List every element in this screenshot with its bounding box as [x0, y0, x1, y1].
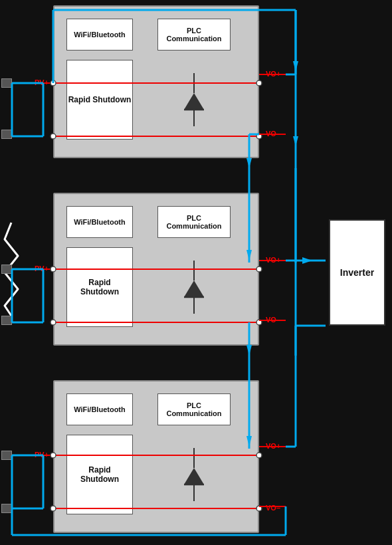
- pv-plus-label-1: PV+: [35, 78, 49, 86]
- rapid-shutdown-box-2: RapidShutdown: [66, 247, 133, 327]
- connector-left-3b: [1, 504, 12, 513]
- module-1: WiFi/Bluetooth PLCCommunication Rapid Sh…: [53, 5, 259, 158]
- inverter-box: Inverter: [329, 219, 385, 326]
- connector-left-1b: [1, 130, 12, 139]
- diode-3: [157, 441, 231, 508]
- diagram-container: WiFi/Bluetooth PLCCommunication Rapid Sh…: [0, 0, 392, 545]
- diode-2: [157, 254, 231, 320]
- wifi-bluetooth-box-3: WiFi/Bluetooth: [66, 393, 133, 425]
- plc-communication-box-1: PLCCommunication: [157, 19, 231, 51]
- vo-plus-label-2: VO+: [266, 256, 280, 264]
- vo-plus-label-1: VO+: [266, 70, 280, 78]
- plc-communication-box-2: PLCCommunication: [157, 206, 231, 238]
- module-3: WiFi/Bluetooth PLCCommunication RapidShu…: [53, 380, 259, 533]
- wifi-bluetooth-box-1: WiFi/Bluetooth: [66, 19, 133, 51]
- svg-marker-9: [184, 468, 204, 485]
- pv-plus-label-3: PV+: [35, 451, 49, 459]
- svg-marker-31: [246, 158, 252, 168]
- svg-marker-44: [302, 257, 312, 264]
- vo-minus-label-1: VO–: [266, 130, 280, 138]
- vo-minus-label-3: VO–: [266, 504, 280, 512]
- wifi-bluetooth-box-2: WiFi/Bluetooth: [66, 206, 133, 238]
- pv-plus-label-2: PV+: [35, 265, 49, 272]
- rapid-shutdown-box-3: RapidShutdown: [66, 435, 133, 514]
- vo-minus-label-2: VO–: [266, 316, 280, 324]
- plc-communication-box-3: PLCCommunication: [157, 393, 231, 425]
- svg-marker-70: [293, 136, 298, 146]
- vo-plus-label-3: VO+: [266, 442, 280, 450]
- connector-left-2b: [1, 316, 12, 325]
- svg-marker-5: [184, 280, 204, 297]
- connector-left-3: [1, 451, 12, 460]
- svg-marker-24: [293, 61, 298, 72]
- module-2: WiFi/Bluetooth PLCCommunication RapidShu…: [53, 193, 259, 346]
- connector-left-2: [1, 265, 12, 274]
- rapid-shutdown-box-1: Rapid Shutdown: [66, 60, 133, 140]
- diode-1: [157, 66, 231, 133]
- svg-marker-51: [246, 345, 252, 356]
- connector-left-1: [1, 78, 12, 88]
- svg-marker-1: [184, 93, 204, 110]
